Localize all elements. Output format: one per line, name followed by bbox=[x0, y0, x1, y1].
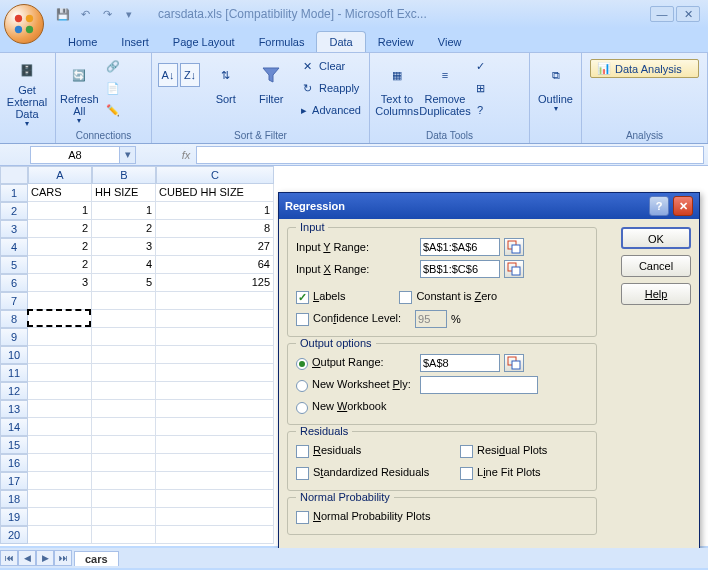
col-header-A[interactable]: A bbox=[28, 166, 92, 184]
empty-cell[interactable] bbox=[28, 364, 92, 382]
row-header[interactable]: 3 bbox=[0, 220, 28, 238]
empty-cell[interactable] bbox=[28, 310, 92, 328]
empty-cell[interactable] bbox=[28, 508, 92, 526]
row-header[interactable]: 11 bbox=[0, 364, 28, 382]
empty-cell[interactable] bbox=[28, 346, 92, 364]
cell[interactable]: 3 bbox=[28, 274, 92, 292]
ok-button[interactable]: OK bbox=[621, 227, 691, 249]
empty-cell[interactable] bbox=[28, 328, 92, 346]
row-header[interactable]: 10 bbox=[0, 346, 28, 364]
cell[interactable]: 5 bbox=[92, 274, 156, 292]
tab-nav-prev[interactable]: ◀ bbox=[18, 550, 36, 566]
cell[interactable]: 1 bbox=[92, 202, 156, 220]
empty-cell[interactable] bbox=[92, 310, 156, 328]
empty-cell[interactable] bbox=[156, 346, 274, 364]
empty-cell[interactable] bbox=[28, 526, 92, 544]
cell[interactable]: CUBED HH SIZE bbox=[156, 184, 274, 202]
empty-cell[interactable] bbox=[92, 292, 156, 310]
redo-icon[interactable]: ↷ bbox=[98, 5, 116, 23]
fx-icon[interactable]: fx bbox=[176, 149, 196, 161]
empty-cell[interactable] bbox=[156, 508, 274, 526]
empty-cell[interactable] bbox=[92, 328, 156, 346]
name-box[interactable]: A8 bbox=[30, 146, 120, 164]
row-header[interactable]: 13 bbox=[0, 400, 28, 418]
cell[interactable]: 8 bbox=[156, 220, 274, 238]
dialog-close-button[interactable]: ✕ bbox=[673, 196, 693, 216]
empty-cell[interactable] bbox=[156, 364, 274, 382]
row-header[interactable]: 18 bbox=[0, 490, 28, 508]
qat-more-icon[interactable]: ▾ bbox=[120, 5, 138, 23]
row-header[interactable]: 6 bbox=[0, 274, 28, 292]
row-header[interactable]: 19 bbox=[0, 508, 28, 526]
row-header[interactable]: 4 bbox=[0, 238, 28, 256]
output-range-ref-button[interactable] bbox=[504, 354, 524, 372]
confidence-checkbox[interactable]: Confidence Level: bbox=[296, 312, 401, 326]
output-range-radio[interactable]: Output Range: bbox=[296, 356, 416, 369]
what-if-button[interactable]: ? bbox=[470, 99, 490, 121]
tab-nav-next[interactable]: ▶ bbox=[36, 550, 54, 566]
empty-cell[interactable] bbox=[92, 400, 156, 418]
row-header[interactable]: 20 bbox=[0, 526, 28, 544]
tab-formulas[interactable]: Formulas bbox=[247, 32, 317, 52]
empty-cell[interactable] bbox=[92, 382, 156, 400]
sheet-tab[interactable]: cars bbox=[74, 551, 119, 566]
empty-cell[interactable] bbox=[156, 400, 274, 418]
empty-cell[interactable] bbox=[92, 418, 156, 436]
cell[interactable]: 27 bbox=[156, 238, 274, 256]
cell[interactable]: 125 bbox=[156, 274, 274, 292]
tab-insert[interactable]: Insert bbox=[109, 32, 161, 52]
select-all-corner[interactable] bbox=[0, 166, 28, 184]
residual-plots-checkbox[interactable]: Residual Plots bbox=[460, 444, 547, 458]
cell[interactable]: 1 bbox=[156, 202, 274, 220]
empty-cell[interactable] bbox=[92, 508, 156, 526]
cell[interactable]: 2 bbox=[28, 220, 92, 238]
advanced-button[interactable]: ▸Advanced bbox=[295, 99, 365, 121]
save-icon[interactable]: 💾 bbox=[54, 5, 72, 23]
row-header[interactable]: 16 bbox=[0, 454, 28, 472]
remove-duplicates-button[interactable]: ≡Remove Duplicates bbox=[422, 55, 468, 129]
empty-cell[interactable] bbox=[156, 436, 274, 454]
empty-cell[interactable] bbox=[28, 490, 92, 508]
constant-zero-checkbox[interactable]: Constant is Zero bbox=[399, 290, 497, 304]
row-header[interactable]: 9 bbox=[0, 328, 28, 346]
consolidate-button[interactable]: ⊞ bbox=[470, 77, 490, 99]
row-header[interactable]: 14 bbox=[0, 418, 28, 436]
empty-cell[interactable] bbox=[92, 454, 156, 472]
empty-cell[interactable] bbox=[92, 436, 156, 454]
formula-bar[interactable] bbox=[196, 146, 704, 164]
name-box-dropdown[interactable]: ▾ bbox=[120, 146, 136, 164]
input-x-field[interactable] bbox=[420, 260, 500, 278]
refresh-all-button[interactable]: 🔄Refresh All▾ bbox=[60, 55, 99, 129]
empty-cell[interactable] bbox=[156, 454, 274, 472]
data-validation-button[interactable]: ✓ bbox=[470, 55, 490, 77]
row-header[interactable]: 12 bbox=[0, 382, 28, 400]
input-y-field[interactable] bbox=[420, 238, 500, 256]
tab-data[interactable]: Data bbox=[316, 31, 365, 52]
minimize-button[interactable]: — bbox=[650, 6, 674, 22]
reapply-button[interactable]: ↻Reapply bbox=[295, 77, 365, 99]
text-to-columns-button[interactable]: ▦Text to Columns bbox=[374, 55, 420, 129]
cell[interactable]: 3 bbox=[92, 238, 156, 256]
sort-desc-button[interactable]: Z↓ bbox=[180, 63, 200, 87]
std-residuals-checkbox[interactable]: Standardized Residuals bbox=[296, 466, 456, 480]
tab-home[interactable]: Home bbox=[56, 32, 109, 52]
cell[interactable]: HH SIZE bbox=[92, 184, 156, 202]
empty-cell[interactable] bbox=[156, 292, 274, 310]
tab-page-layout[interactable]: Page Layout bbox=[161, 32, 247, 52]
empty-cell[interactable] bbox=[28, 472, 92, 490]
empty-cell[interactable] bbox=[156, 310, 274, 328]
empty-cell[interactable] bbox=[156, 328, 274, 346]
row-header[interactable]: 1 bbox=[0, 184, 28, 202]
cell[interactable]: CARS bbox=[28, 184, 92, 202]
cell[interactable]: 2 bbox=[92, 220, 156, 238]
cell[interactable]: 2 bbox=[28, 256, 92, 274]
row-header[interactable]: 15 bbox=[0, 436, 28, 454]
empty-cell[interactable] bbox=[92, 490, 156, 508]
new-worksheet-radio[interactable]: New Worksheet Ply: bbox=[296, 378, 416, 391]
y-range-ref-button[interactable] bbox=[504, 238, 524, 256]
filter-button[interactable]: Filter bbox=[250, 55, 294, 129]
close-button[interactable]: ✕ bbox=[676, 6, 700, 22]
empty-cell[interactable] bbox=[92, 472, 156, 490]
col-header-C[interactable]: C bbox=[156, 166, 274, 184]
empty-cell[interactable] bbox=[156, 472, 274, 490]
